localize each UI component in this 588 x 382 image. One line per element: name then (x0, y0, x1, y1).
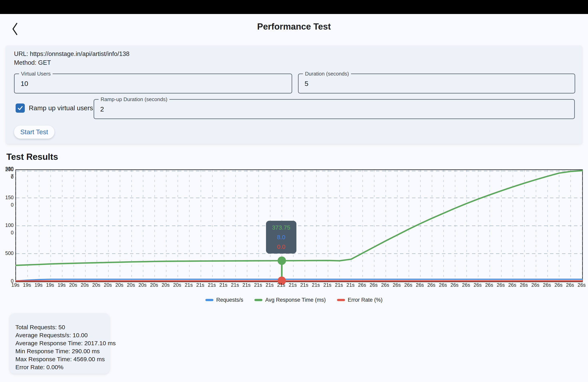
page-title: Performance Test (0, 21, 588, 32)
virtual-users-value: 10 (21, 74, 28, 93)
summary-line: Average Response Time: 2017.10 ms (15, 339, 104, 347)
duration-label: Duration (seconds) (303, 71, 351, 77)
tooltip-value: 0.0 (277, 243, 285, 250)
legend-label: Error Rate (%) (348, 297, 383, 303)
url-text: URL: https://onnstage.in/api/artist/info… (14, 50, 129, 57)
tooltip-value: 8.0 (277, 234, 285, 241)
summary-line: Average Requests/s: 10.00 (15, 331, 104, 339)
duration-input[interactable]: Duration (seconds) 5 (298, 74, 575, 94)
legend-label: Avg Response Time (ms) (265, 297, 326, 303)
results-heading: Test Results (6, 152, 58, 162)
tooltip-value: 373.75 (272, 224, 290, 231)
virtual-users-input[interactable]: Virtual Users 10 (14, 74, 292, 94)
legend-swatch (205, 299, 213, 301)
chart-legend: Requests/sAvg Response Time (ms)Error Ra… (0, 297, 588, 303)
legend-item: Error Rate (%) (337, 297, 383, 303)
y-axis-tick: 2000300107 (0, 166, 14, 181)
method-text: Method: GET (14, 59, 51, 66)
summary-line: Max Response Time: 4569.00 ms (15, 355, 104, 363)
legend-swatch (337, 299, 345, 301)
ramp-up-duration-input[interactable]: Ramp-up Duration (seconds) 2 (94, 99, 575, 119)
performance-chart[interactable] (15, 170, 583, 282)
y-axis-tick: 1000 (0, 222, 14, 236)
summary-line: Total Requests: 50 (15, 323, 104, 331)
app-header: Performance Test (0, 14, 588, 44)
start-test-button[interactable]: Start Test (14, 125, 54, 139)
chart-x-axis: 19s19s19s19s19s20s20s20s20s20s20s20s20s2… (15, 282, 582, 289)
y-axis-tick: 1500 (0, 194, 14, 209)
y-axis-tick: 500 (0, 249, 14, 257)
results-summary-card: Total Requests: 50Average Requests/s: 10… (10, 313, 110, 374)
legend-swatch (254, 299, 262, 301)
ramp-up-duration-value: 2 (100, 100, 104, 118)
chart-y-axis: 2000300107150010005000 (0, 170, 14, 281)
legend-item: Avg Response Time (ms) (254, 297, 326, 303)
chart-plot[interactable] (16, 170, 582, 282)
status-bar (0, 0, 588, 14)
ramp-up-checkbox[interactable] (16, 103, 25, 113)
test-config-card: URL: https://onnstage.in/api/artist/info… (6, 46, 582, 144)
legend-item: Requests/s (205, 297, 243, 303)
performance-test-screen: Performance Test URL: https://onnstage.i… (0, 0, 588, 382)
summary-line: Min Response Time: 290.00 ms (15, 347, 104, 355)
checkmark-icon (17, 105, 24, 112)
ramp-up-checkbox-label[interactable]: Ramp up virtual users (29, 103, 93, 113)
ramp-up-duration-label: Ramp-up Duration (seconds) (99, 96, 169, 102)
chart-tooltip: 373.758.00.0 (266, 221, 296, 253)
summary-line: Error Rate: 0.00% (15, 363, 104, 371)
duration-value: 5 (305, 74, 308, 93)
legend-label: Requests/s (216, 297, 243, 303)
x-axis-tick: 26s (573, 282, 588, 288)
